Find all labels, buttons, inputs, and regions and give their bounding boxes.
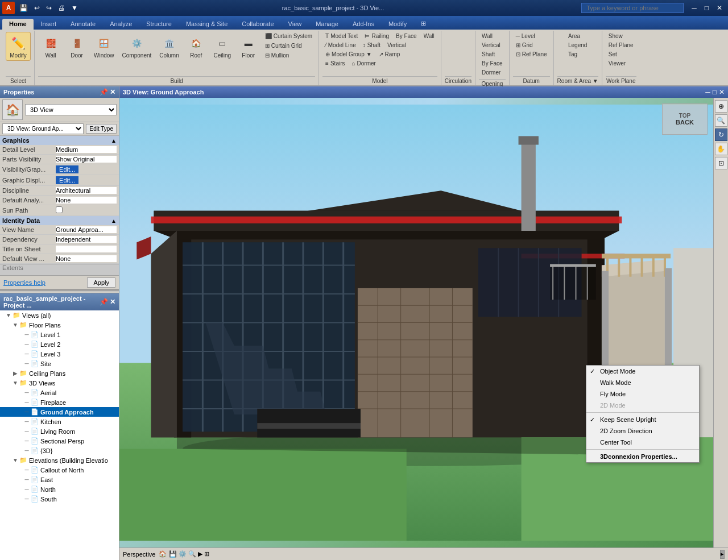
title-on-sheet-input[interactable] xyxy=(56,246,117,252)
ribbon-window-button[interactable]: 🪟 Window xyxy=(90,32,118,61)
viewport-maximize-button[interactable]: □ xyxy=(713,88,717,96)
edit-type-button[interactable]: Edit Type xyxy=(86,124,117,134)
detail-level-input[interactable] xyxy=(56,146,117,153)
graphic-display-edit-button[interactable]: Edit... xyxy=(56,176,78,184)
tree-ceiling-plans[interactable]: ▶ 📁 Ceiling Plans xyxy=(0,368,119,378)
tree-site[interactable]: ─ 📄 Site xyxy=(0,359,119,368)
ribbon-model-text-button[interactable]: T Model Text xyxy=(322,32,361,40)
ctx-3dconnexion-properties[interactable]: 3Dconnexion Properties... xyxy=(586,451,699,462)
tab-massing[interactable]: Massing & Site xyxy=(179,19,234,30)
tree-ground-approach[interactable]: ─ 📄 Ground Approach xyxy=(0,407,119,417)
ctx-object-mode[interactable]: Object Mode xyxy=(586,366,699,377)
ribbon-ref-plane-button[interactable]: ⊡ Ref Plane xyxy=(513,50,550,59)
tree-3d[interactable]: ─ 📄 {3D} xyxy=(0,446,119,455)
apply-button[interactable]: Apply xyxy=(87,277,115,288)
tree-living-room[interactable]: ─ 📄 Living Room xyxy=(0,426,119,436)
viewport[interactable]: 3D View: Ground Approach ─ □ ✕ xyxy=(119,86,728,560)
tab-analyze[interactable]: Analyze xyxy=(103,19,139,30)
ribbon-area-button[interactable]: Area xyxy=(565,32,583,40)
tab-manage[interactable]: Manage xyxy=(309,19,345,30)
ribbon-vertical-button[interactable]: Vertical xyxy=(384,41,409,49)
properties-pin-icon[interactable]: 📌 xyxy=(100,88,108,96)
ctx-2d-mode[interactable]: 2D Mode xyxy=(586,400,699,411)
tab-collaborate[interactable]: Collaborate xyxy=(235,19,280,30)
ribbon-set-button[interactable]: Set xyxy=(606,50,620,59)
ribbon-opening-wall-button[interactable]: Wall xyxy=(479,32,495,40)
ribbon-opening-shaft-button[interactable]: Shaft xyxy=(479,50,498,59)
tab-annotate[interactable]: Annotate xyxy=(64,19,102,30)
tree-south[interactable]: ─ 📄 South xyxy=(0,494,119,504)
ribbon-show-button[interactable]: Show xyxy=(606,32,626,40)
ribbon-curtain-grid-button[interactable]: ⊞ Curtain Grid xyxy=(262,42,315,50)
zoom-region-button[interactable]: ⊡ xyxy=(715,157,727,169)
graphics-section-header[interactable]: Graphics ▲ xyxy=(0,136,119,145)
qat-dropdown[interactable]: ▼ xyxy=(69,3,80,13)
view-name-input[interactable] xyxy=(56,226,117,233)
ribbon-stairs-button[interactable]: ≡ Stairs xyxy=(322,59,348,68)
tree-level-1[interactable]: ─ 📄 Level 1 xyxy=(0,330,119,339)
ribbon-dormer-button[interactable]: ⌂ Dormer xyxy=(349,59,379,68)
tab-structure[interactable]: Structure xyxy=(139,19,179,30)
ribbon-ref-plane-wp-button[interactable]: Ref Plane xyxy=(606,41,636,49)
tree-level-3[interactable]: ─ 📄 Level 3 xyxy=(0,349,119,359)
viewport-3d-content[interactable] xyxy=(119,98,728,547)
viewport-close-button[interactable]: ✕ xyxy=(719,88,725,96)
sun-path-checkbox[interactable] xyxy=(56,206,63,213)
ribbon-roof-button[interactable]: 🏠 Roof xyxy=(184,32,209,61)
ribbon-viewer-button[interactable]: Viewer xyxy=(606,59,628,68)
ribbon-model-group-button[interactable]: ⊕ Model Group ▼ xyxy=(322,50,374,59)
ribbon-wall-btn2[interactable]: Wall xyxy=(421,32,437,40)
ribbon-mullion-button[interactable]: ⊟ Mullion xyxy=(262,51,315,60)
default-view-input[interactable] xyxy=(56,255,117,262)
search-input[interactable] xyxy=(581,3,684,13)
pan-button[interactable]: ✋ xyxy=(715,143,727,155)
tree-floor-plans[interactable]: ▼ 📁 Floor Plans xyxy=(0,320,119,330)
ribbon-component-button[interactable]: ⚙️ Component xyxy=(119,32,155,61)
tree-east[interactable]: ─ 📄 East xyxy=(0,475,119,484)
steering-wheel-button[interactable]: ⊕ xyxy=(715,100,727,113)
ribbon-level-button[interactable]: ─ Level xyxy=(513,32,538,40)
tree-level-2[interactable]: ─ 📄 Level 2 xyxy=(0,339,119,349)
properties-help-link[interactable]: Properties help xyxy=(3,279,46,286)
ribbon-curtain-system-button[interactable]: ⬛ Curtain System xyxy=(262,32,315,40)
tree-views-all[interactable]: ▼ 📁 Views (all) xyxy=(0,310,119,320)
parts-visibility-input[interactable] xyxy=(56,156,117,163)
tree-callout-north[interactable]: ─ 📄 Callout of North xyxy=(0,465,119,475)
window-minimize[interactable]: ─ xyxy=(688,3,700,13)
visibility-edit-button[interactable]: Edit... xyxy=(56,165,78,173)
ctx-fly-mode[interactable]: Fly Mode xyxy=(586,388,699,400)
tree-north[interactable]: ─ 📄 North xyxy=(0,484,119,494)
ribbon-column-button[interactable]: 🏛️ Column xyxy=(156,32,182,61)
discipline-input[interactable] xyxy=(56,187,117,194)
qat-redo[interactable]: ↪ xyxy=(44,3,54,13)
qat-save[interactable]: 💾 xyxy=(17,3,30,13)
qat-print[interactable]: 🖨 xyxy=(56,3,67,13)
ctx-2d-zoom-direction[interactable]: 2D Zoom Direction xyxy=(586,425,699,437)
ribbon-legend-button[interactable]: Legend xyxy=(565,41,590,49)
nav-cube[interactable]: TOP BACK xyxy=(662,103,708,135)
tab-view[interactable]: View xyxy=(282,19,309,30)
ribbon-opening-vertical-button[interactable]: Vertical xyxy=(479,41,503,49)
browser-close-icon[interactable]: ✕ xyxy=(110,298,115,306)
properties-close-icon[interactable]: ✕ xyxy=(110,88,115,96)
ribbon-ceiling-button[interactable]: ▭ Ceiling xyxy=(210,32,235,61)
ribbon-tag-button[interactable]: Tag xyxy=(565,50,580,59)
tree-3d-views[interactable]: ▼ 📁 3D Views xyxy=(0,378,119,388)
viewport-minimize-button[interactable]: ─ xyxy=(705,88,710,96)
ribbon-by-face-button[interactable]: By Face xyxy=(393,32,420,40)
type-dropdown[interactable]: 3D View xyxy=(25,104,117,115)
window-close[interactable]: ✕ xyxy=(713,3,726,13)
ribbon-shaft-button[interactable]: ↕ Shaft xyxy=(360,41,383,49)
ribbon-opening-face-button[interactable]: By Face xyxy=(479,59,506,68)
tab-insert[interactable]: Insert xyxy=(34,19,64,30)
ctx-walk-mode[interactable]: Walk Mode xyxy=(586,377,699,388)
dependency-input[interactable] xyxy=(56,236,117,243)
tab-modify[interactable]: Modify xyxy=(382,19,413,30)
window-maximize[interactable]: □ xyxy=(701,3,712,13)
ribbon-door-button[interactable]: 🚪 Door xyxy=(64,32,89,61)
ribbon-opening-dormer-button[interactable]: Dormer xyxy=(479,68,503,77)
ribbon-modify-button[interactable]: ✏️ Modify xyxy=(6,32,31,61)
browser-pin-icon[interactable]: 📌 xyxy=(100,298,108,306)
tree-elevations[interactable]: ▼ 📁 Elevations (Building Elevatio xyxy=(0,455,119,465)
ribbon-floor-button[interactable]: ▬ Floor xyxy=(236,32,261,61)
